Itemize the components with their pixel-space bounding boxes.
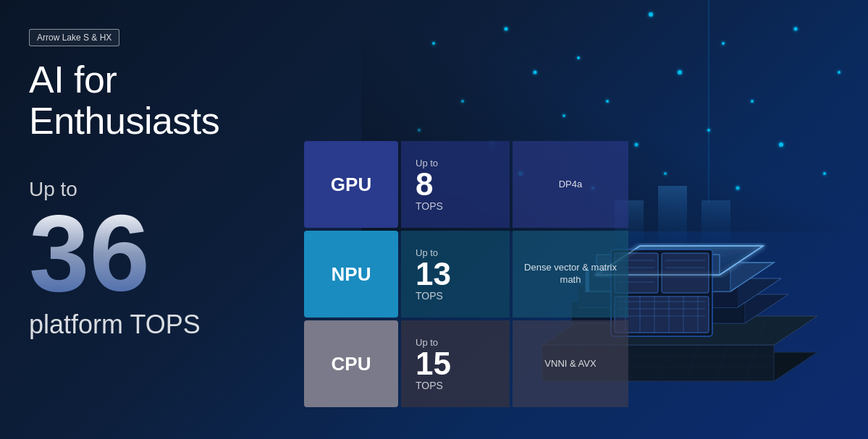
cpu-tops-cell: Up to 15 TOPS (401, 320, 510, 407)
specs-grid: GPU Up to 8 TOPS DP4a NPU Up to 13 TOPS … (304, 141, 628, 407)
gpu-tops-cell: Up to 8 TOPS (401, 141, 510, 228)
cpu-label: CPU (304, 320, 398, 407)
cpu-desc-cell: VNNI & AVX (513, 320, 628, 407)
svg-marker-123 (658, 186, 687, 246)
svg-rect-105 (615, 297, 709, 333)
gpu-desc-cell: DP4a (513, 141, 628, 228)
page-title: AI for Enthusiasts (29, 59, 304, 142)
left-content: Arrow Lake S & HX AI for Enthusiasts Up … (29, 29, 304, 340)
npu-desc-cell: Dense vector & matrix math (513, 231, 628, 317)
product-badge: Arrow Lake S & HX (29, 29, 119, 46)
svg-marker-124 (701, 200, 730, 246)
tops-number: 36 (29, 205, 304, 302)
npu-tops-cell: Up to 13 TOPS (401, 231, 510, 317)
npu-label: NPU (304, 231, 398, 317)
platform-tops-label: platform TOPS (29, 310, 304, 340)
svg-rect-104 (662, 253, 709, 293)
tops-section: Up to 36 platform TOPS (29, 178, 304, 340)
gpu-label: GPU (304, 141, 398, 228)
